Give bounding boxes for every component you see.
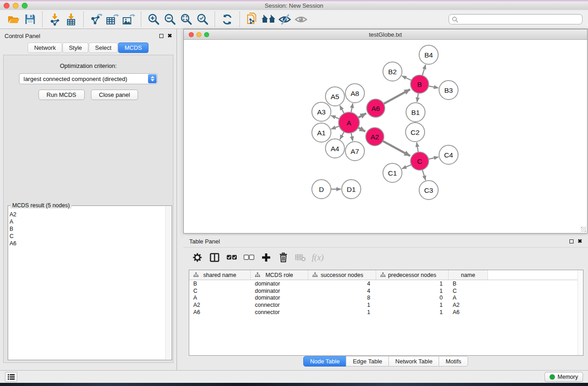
table-cell[interactable]: 0 — [376, 295, 449, 301]
column-header-shared-name[interactable]: shared name — [189, 270, 251, 280]
table-cell[interactable]: A2 — [189, 302, 251, 308]
mcds-result-list[interactable]: A2ABCA6 — [10, 207, 165, 359]
graph-node-A1[interactable]: A1 — [312, 123, 331, 142]
open-file-button[interactable] — [5, 11, 22, 28]
table-scrollbar[interactable] — [578, 270, 583, 355]
table-cell[interactable]: B — [189, 281, 251, 287]
table-cell[interactable]: 4 — [308, 288, 376, 294]
save-session-button[interactable] — [22, 11, 38, 28]
table-cell[interactable]: 8 — [308, 295, 376, 301]
export-table-button[interactable] — [104, 11, 120, 28]
zoom-fit-button[interactable] — [178, 11, 194, 28]
graph-node-D1[interactable]: D1 — [342, 180, 361, 199]
search-input[interactable] — [458, 16, 579, 23]
delete-columns-button[interactable] — [276, 250, 291, 265]
tab-network-table[interactable]: Network Table — [388, 356, 439, 367]
table-row[interactable]: A2connector11A2 — [189, 301, 583, 309]
float-panel-icon[interactable] — [159, 34, 163, 38]
mcds-result-item[interactable]: A — [10, 218, 165, 225]
unselect-all-columns-button[interactable] — [241, 250, 257, 265]
graph-node-D[interactable]: D — [312, 180, 331, 199]
graph-node-C2[interactable]: C2 — [406, 123, 425, 142]
table-cell[interactable]: 1 — [376, 309, 449, 315]
table-cell[interactable]: 1 — [376, 288, 449, 294]
tab-motifs[interactable]: Motifs — [439, 356, 468, 367]
float-table-panel-icon[interactable] — [569, 239, 574, 243]
export-network-button[interactable] — [88, 11, 104, 28]
net-minimize-button[interactable] — [196, 32, 201, 37]
graph-node-B4[interactable]: B4 — [419, 45, 438, 64]
close-panel-button[interactable]: Close panel — [91, 90, 139, 100]
graph-node-A4[interactable]: A4 — [325, 139, 344, 158]
column-header-mcds-role[interactable]: MCDS role — [251, 270, 308, 280]
network-canvas[interactable]: B4B2BB3A8A5A6A3B1AC2A1A2A4A7C4CC1DD1C3 — [184, 40, 587, 233]
table-cell[interactable]: 4 — [308, 281, 376, 287]
mcds-result-item[interactable]: A2 — [10, 211, 165, 218]
tab-network[interactable]: Network — [28, 43, 62, 53]
column-header-successor-nodes[interactable]: successor nodes — [308, 270, 376, 280]
net-zoom-button[interactable] — [204, 32, 209, 37]
show-column-panel-button[interactable] — [207, 250, 222, 265]
table-cell[interactable]: C — [189, 288, 251, 294]
table-cell[interactable]: dominator — [251, 288, 308, 294]
tab-mcds[interactable]: MCDS — [118, 43, 148, 53]
task-history-button[interactable] — [5, 372, 17, 382]
tab-edge-table[interactable]: Edge Table — [346, 356, 389, 367]
table-row[interactable]: Cdominator41C — [189, 287, 583, 295]
delete-table-button[interactable] — [293, 250, 308, 265]
table-settings-button[interactable] — [190, 250, 205, 265]
net-close-button[interactable] — [189, 32, 194, 37]
graph-node-B3[interactable]: B3 — [439, 81, 458, 100]
table-cell[interactable]: C — [449, 288, 488, 294]
graph-node-B1[interactable]: B1 — [406, 103, 425, 122]
apply-layout-button[interactable] — [219, 11, 235, 28]
close-window-button[interactable] — [4, 3, 10, 9]
column-header-name[interactable]: name — [449, 270, 488, 280]
table-cell[interactable]: A6 — [449, 309, 488, 315]
graph-node-B[interactable]: B — [411, 75, 429, 93]
criterion-select[interactable]: largest connected component (directed) — [19, 73, 158, 84]
zoom-window-button[interactable] — [22, 3, 28, 9]
import-table-button[interactable] — [63, 11, 79, 28]
table-cell[interactable]: 1 — [376, 281, 449, 287]
hide-selected-button[interactable] — [277, 11, 293, 28]
table-cell[interactable]: A2 — [449, 302, 488, 308]
mcds-result-item[interactable]: C — [10, 233, 165, 240]
tab-node-table[interactable]: Node Table — [303, 356, 347, 367]
table-cell[interactable]: connector — [251, 302, 308, 308]
window-controls[interactable] — [4, 1, 28, 10]
run-mcds-button[interactable]: Run MCDS — [38, 90, 85, 100]
table-row[interactable]: Adominator80A — [189, 295, 583, 302]
graph-node-A3[interactable]: A3 — [312, 102, 331, 121]
memory-button[interactable]: Memory — [545, 372, 583, 382]
zoom-out-button[interactable] — [162, 11, 178, 28]
table-cell[interactable]: 1 — [308, 309, 376, 315]
graph-node-A[interactable]: A — [339, 112, 359, 133]
table-row[interactable]: Bdominator41B — [189, 280, 583, 287]
graph-node-A5[interactable]: A5 — [325, 87, 344, 106]
tab-style[interactable]: Style — [62, 43, 88, 53]
zoom-selected-button[interactable] — [194, 11, 210, 28]
network-graph[interactable]: B4B2BB3A8A5A6A3B1AC2A1A2A4A7C4CC1DD1C3 — [184, 40, 587, 233]
mcds-result-item[interactable]: B — [10, 225, 165, 233]
column-header-predecessor-nodes[interactable]: predecessor nodes — [376, 270, 449, 280]
new-network-from-file-button[interactable] — [244, 11, 260, 28]
select-all-columns-button[interactable] — [224, 250, 239, 265]
graph-node-A2[interactable]: A2 — [366, 128, 384, 146]
import-network-button[interactable] — [47, 11, 63, 28]
graph-node-C4[interactable]: C4 — [439, 145, 458, 164]
graph-node-A7[interactable]: A7 — [345, 142, 364, 161]
table-cell[interactable]: A — [189, 295, 251, 301]
graph-node-C3[interactable]: C3 — [419, 181, 438, 200]
table-cell[interactable]: dominator — [251, 281, 308, 287]
mcds-result-item[interactable]: A6 — [10, 240, 165, 247]
result-scrollbar[interactable] — [165, 206, 171, 359]
window-resize-grip[interactable] — [581, 227, 586, 232]
graph-node-C[interactable]: C — [411, 152, 429, 170]
table-cell[interactable]: B — [449, 281, 488, 287]
table-cell[interactable]: A — [449, 295, 488, 301]
table-row[interactable]: A6connector11A6 — [189, 309, 583, 316]
table-cell[interactable]: connector — [251, 309, 308, 315]
close-table-panel-icon[interactable]: ✖ — [578, 238, 582, 244]
close-panel-icon[interactable]: ✖ — [167, 33, 172, 38]
